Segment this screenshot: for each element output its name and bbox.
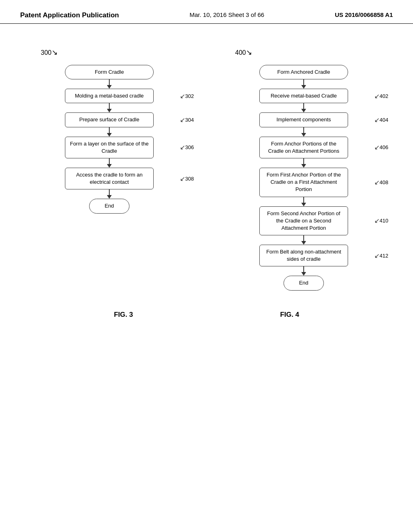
connector-1 — [107, 79, 112, 89]
fig4-step406-row: Form Anchor Portions of the Cradle on At… — [235, 137, 372, 158]
fig4-step412-label: ↙ 412 — [374, 252, 388, 260]
fig4-conn-5 — [301, 197, 306, 206]
fig4-step404-box: Implement components — [259, 112, 348, 127]
fig4-step402-label: ↙ 402 — [374, 92, 388, 100]
fig4-step404-row: Implement components ↙ 404 — [235, 112, 372, 127]
fig4-step412-box: Form Belt along non-attachment sides of … — [259, 245, 348, 266]
fig4-conn-4 — [301, 158, 306, 168]
fig3-diagram-label: 300↘ — [41, 48, 58, 57]
figure-labels: FIG. 3 FIG. 4 — [0, 299, 413, 331]
fig3-step304-row: Prepare surface of Cradle ↙ 304 — [41, 112, 178, 127]
fig3-step306-label: ↙ 306 — [180, 143, 194, 151]
fig4-step410-row: Form Second Anchor Portion of the Cradle… — [235, 206, 372, 236]
fig4-conn-3 — [301, 127, 306, 137]
connector-3 — [107, 127, 112, 137]
fig3-step304-box: Prepare surface of Cradle — [65, 112, 154, 127]
header-right-text: US 2016/0066858 A1 — [335, 11, 393, 18]
fig4-title-box: Form Anchored Cradle — [259, 65, 348, 79]
fig4-step406-box: Form Anchor Portions of the Cradle on At… — [259, 137, 348, 158]
connector-5 — [107, 189, 112, 199]
fig4-step406-label: ↙ 406 — [374, 143, 388, 151]
fig3-flowchart: 300↘ Form Cradle Molding a metal-based c… — [41, 48, 178, 291]
fig4-step412-row: Form Belt along non-attachment sides of … — [235, 245, 372, 266]
fig3-step308-label: ↙ 308 — [180, 175, 194, 183]
fig3-step306-box: Form a layer on the surface of the Cradl… — [65, 137, 154, 158]
fig4-step402-box: Receive metal-based Cradle — [259, 89, 348, 103]
fig4-title-row: Form Anchored Cradle — [235, 65, 372, 79]
fig4-conn-2 — [301, 103, 306, 112]
fig4-conn-7 — [301, 266, 306, 276]
fig3-step308-row: Access the cradle to form an electrical … — [41, 168, 178, 189]
fig4-step402-row: Receive metal-based Cradle ↙ 402 — [235, 89, 372, 103]
fig3-step304-label: ↙ 304 — [180, 116, 194, 124]
fig4-step404-label: ↙ 404 — [374, 116, 388, 124]
fig3-step306-row: Form a layer on the surface of the Cradl… — [41, 137, 178, 158]
connector-2 — [107, 103, 112, 112]
page-header: Patent Application Publication Mar. 10, … — [0, 0, 413, 24]
header-left-text: Patent Application Publication — [20, 11, 119, 19]
fig3-step302-label: ↙ 302 — [180, 92, 194, 100]
main-content: 300↘ Form Cradle Molding a metal-based c… — [0, 24, 413, 291]
fig4-end-box: End — [284, 276, 324, 290]
fig4-diagram-label: 400↘ — [235, 48, 252, 57]
conn-arrow — [107, 85, 112, 89]
fig4-step408-box: Form First Anchor Portion of the Cradle … — [259, 168, 348, 197]
fig4-step410-label: ↙ 410 — [374, 217, 388, 224]
fig4-end-row: End — [235, 276, 372, 290]
fig3-title-row: Form Cradle — [41, 65, 178, 79]
fig3-title-box: Form Cradle — [65, 65, 154, 79]
connector-4 — [107, 158, 112, 168]
fig4-label: FIG. 4 — [280, 311, 299, 319]
fig4-step408-label: ↙ 408 — [374, 179, 388, 186]
fig3-step308-box: Access the cradle to form an electrical … — [65, 168, 154, 189]
fig3-step302-row: Molding a metal-based cradle ↙ 302 — [41, 89, 178, 103]
fig4-step408-row: Form First Anchor Portion of the Cradle … — [235, 168, 372, 197]
fig3-step302-box: Molding a metal-based cradle — [65, 89, 154, 103]
fig4-conn-6 — [301, 235, 306, 245]
conn-line — [109, 79, 110, 85]
fig3-end-row: End — [41, 199, 178, 213]
fig4-conn-1 — [301, 79, 306, 89]
fig3-end-box: End — [89, 199, 129, 213]
fig3-label: FIG. 3 — [114, 311, 133, 319]
fig4-flowchart: 400↘ Form Anchored Cradle Receive metal-… — [235, 48, 372, 291]
header-center-text: Mar. 10, 2016 Sheet 3 of 66 — [190, 11, 264, 18]
fig4-step410-box: Form Second Anchor Portion of the Cradle… — [259, 206, 348, 236]
